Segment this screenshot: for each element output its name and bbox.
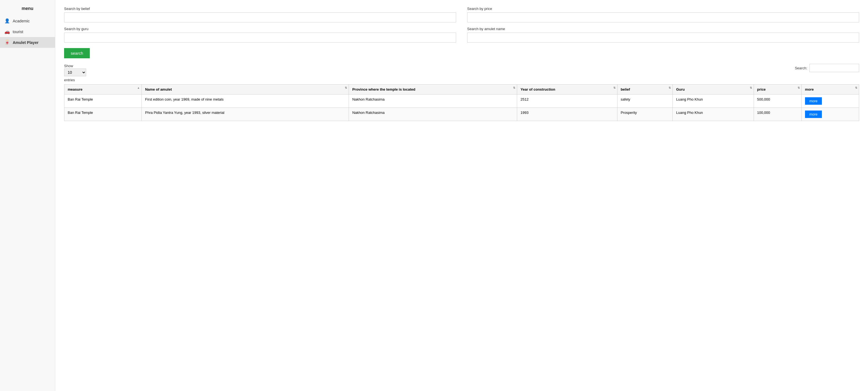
cell-province: Nakhon Ratchasima [349, 108, 517, 121]
table-header-row: measure ▲ Name of amulet ⇅ Province wher… [64, 85, 859, 94]
guru-input[interactable] [64, 33, 456, 42]
sort-icon-more: ⇅ [855, 86, 857, 89]
cell-amulet-name: Phra Pidta Yantra Yung, year 1993, silve… [142, 108, 349, 121]
cell-belief: Prosperity [617, 108, 673, 121]
guru-form-group: Search by guru [64, 27, 456, 42]
sidebar: menu 👤 Academic 🚗 tourist 🀄 Amulet Playe… [0, 0, 55, 391]
cell-price: 100,000 [754, 108, 801, 121]
search-button[interactable]: search [64, 48, 90, 58]
amulet-name-input[interactable] [467, 33, 859, 42]
amulet-name-form-group: Search by amulet name [467, 27, 859, 42]
col-header-more[interactable]: more ⇅ [801, 85, 859, 94]
sidebar-label-amulet-player: Amulet Player [13, 40, 38, 45]
sidebar-label-tourist: tourist [13, 30, 23, 34]
col-header-price[interactable]: price ⇅ [754, 85, 801, 94]
amulet-icon: 🀄 [4, 40, 10, 45]
guru-label: Search by guru [64, 27, 456, 31]
sort-icon-belief: ⇅ [669, 86, 671, 89]
sidebar-item-tourist[interactable]: 🚗 tourist [0, 26, 55, 37]
col-header-amulet-name[interactable]: Name of amulet ⇅ [142, 85, 349, 94]
more-button[interactable]: more [805, 111, 822, 118]
sort-icon-price: ⇅ [798, 86, 800, 89]
car-icon: 🚗 [4, 29, 10, 34]
sort-icon-measure: ▲ [137, 86, 140, 89]
sidebar-label-academic: Academic [13, 19, 30, 23]
cell-year: 1993 [517, 108, 617, 121]
belief-input[interactable] [64, 12, 456, 22]
sort-icon-year: ⇅ [613, 86, 616, 89]
col-header-measure[interactable]: measure ▲ [64, 85, 142, 94]
show-entries: Show 10 25 50 100 entries [64, 64, 86, 82]
search-control-label: Search: [795, 66, 807, 70]
sort-icon-amulet-name: ⇅ [345, 86, 347, 89]
entries-label: entries [64, 78, 86, 82]
cell-year: 2512 [517, 94, 617, 108]
data-table: measure ▲ Name of amulet ⇅ Province wher… [64, 84, 859, 121]
cell-amulet-name: First edition coin, year 1969, made of n… [142, 94, 349, 108]
person-icon: 👤 [4, 18, 10, 24]
price-label: Search by price [467, 7, 859, 11]
cell-more: more [801, 108, 859, 121]
cell-measure: Ban Rai Temple [64, 94, 142, 108]
more-button[interactable]: more [805, 97, 822, 105]
search-form: Search by belief Search by price Search … [64, 7, 859, 42]
sort-icon-province: ⇅ [513, 86, 515, 89]
cell-guru: Luang Pho Khun [673, 108, 754, 121]
sort-icon-guru: ⇅ [750, 86, 752, 89]
cell-more: more [801, 94, 859, 108]
table-controls: Show 10 25 50 100 entries Search: [64, 64, 859, 82]
search-control: Search: [795, 64, 859, 72]
table-row: Ban Rai TemplePhra Pidta Yantra Yung, ye… [64, 108, 859, 121]
table-row: Ban Rai TempleFirst edition coin, year 1… [64, 94, 859, 108]
belief-label: Search by belief [64, 7, 456, 11]
amulet-name-label: Search by amulet name [467, 27, 859, 31]
col-header-guru[interactable]: Guru ⇅ [673, 85, 754, 94]
main-content: Search by belief Search by price Search … [55, 0, 868, 391]
table-search-input[interactable] [809, 64, 859, 72]
col-header-belief[interactable]: belief ⇅ [617, 85, 673, 94]
price-form-group: Search by price [467, 7, 859, 22]
cell-belief: safety [617, 94, 673, 108]
sidebar-item-amulet-player[interactable]: 🀄 Amulet Player [0, 37, 55, 48]
price-input[interactable] [467, 12, 859, 22]
cell-measure: Ban Rai Temple [64, 108, 142, 121]
col-header-year[interactable]: Year of construction ⇅ [517, 85, 617, 94]
cell-province: Nakhon Ratchasima [349, 94, 517, 108]
col-header-province[interactable]: Province where the temple is located ⇅ [349, 85, 517, 94]
show-select[interactable]: 10 25 50 100 [64, 68, 86, 76]
cell-guru: Luang Pho Khun [673, 94, 754, 108]
sidebar-title: menu [0, 3, 55, 16]
show-label: Show [64, 64, 86, 68]
belief-form-group: Search by belief [64, 7, 456, 22]
sidebar-item-academic[interactable]: 👤 Academic [0, 16, 55, 26]
cell-price: 500,000 [754, 94, 801, 108]
